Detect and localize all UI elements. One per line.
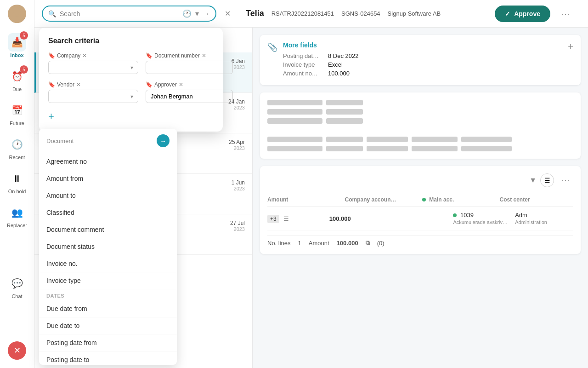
search-container: 🔍 🕐 ▾ → [42, 6, 216, 22]
sidebar-bottom: ✕ [8, 341, 26, 363]
search-input[interactable] [60, 10, 179, 17]
approver-text-input[interactable] [151, 93, 228, 100]
dropdown-item-invoice-no[interactable]: Invoice no. [39, 255, 177, 272]
pin-icon: 🔖 [48, 81, 55, 88]
sidebar-item-inbox[interactable]: 📥 5 Inbox [0, 29, 34, 62]
company-text-input[interactable] [53, 64, 130, 71]
placeholder-row [267, 118, 573, 124]
sidebar-item-chat[interactable]: 💬 Chat [0, 270, 34, 303]
topbar: 🔍 🕐 ▾ → ✕ Telia RSATRJ202212081451 SGNS-… [34, 0, 588, 28]
dropdown-item-doc-comment[interactable]: Document comment [39, 221, 177, 238]
col-main-acc: Main acc. [422, 196, 496, 203]
bottom-bar: No. lines 1 Amount 100.000 ⧉ (0) [267, 235, 573, 247]
more-fields-content: More fields Posting dat… 8 Dec 2022 Invo… [283, 41, 562, 79]
dropdown-header: Document → [39, 129, 177, 153]
criteria-label: 🔖 Approver ✕ [146, 81, 233, 88]
placeholder-bar [267, 146, 322, 151]
placeholder-bar [326, 100, 363, 105]
docnum-label: Document number [154, 52, 200, 59]
field-row: Posting dat… 8 Dec 2022 [283, 52, 562, 59]
placeholder-bar [461, 137, 512, 142]
dropdown-item-posting-date-from[interactable]: Posting date from [39, 334, 177, 351]
copy-icon[interactable]: ⧉ [366, 239, 370, 247]
field-key: Posting dat… [283, 52, 324, 59]
sidebar-item-replacer[interactable]: 👥 Replacer [0, 200, 34, 232]
no-lines-label: No. lines [267, 240, 291, 247]
check-icon: ✓ [505, 10, 510, 17]
placeholder-bars [267, 100, 573, 151]
inbox-icon-wrap: 📥 5 [8, 33, 26, 52]
vendor-input[interactable]: ▾ [48, 90, 138, 103]
field-row: Amount no… 100.000 [283, 70, 562, 77]
add-criteria-button[interactable]: + [48, 110, 54, 122]
sidebar-item-due[interactable]: ⏰ 5 Due [0, 63, 34, 96]
remove-docnum-icon[interactable]: ✕ [202, 52, 206, 59]
dropdown-list-scroll: Agreement no Amount from Amount to Class… [39, 153, 177, 365]
sidebar-item-on-hold[interactable]: ⏸ On hold [0, 166, 34, 198]
dropdown-item-amount-from[interactable]: Amount from [39, 170, 177, 187]
vendor-label: Vendor [57, 81, 74, 88]
pin-icon: 🔖 [146, 52, 153, 59]
approver-label: Approver [154, 81, 177, 88]
approve-button[interactable]: ✓ Approve [495, 6, 550, 22]
on-hold-icon-wrap: ⏸ [8, 169, 26, 188]
sidebar-item-recent[interactable]: 🕐 Recent [0, 132, 34, 164]
placeholder-bar [267, 118, 322, 124]
criteria-field-docnum: 🔖 Document number ✕ [146, 52, 233, 74]
right-panel: 📎 More fields Posting dat… 8 Dec 2022 In… [253, 28, 588, 368]
sidebar-item-label-on-hold: On hold [8, 189, 26, 194]
search-criteria-title: Search criteria [48, 37, 214, 45]
close-button[interactable]: ✕ [220, 6, 235, 21]
company-input[interactable]: ▾ [48, 61, 138, 74]
history-icon[interactable]: 🕐 [182, 9, 192, 18]
sidebar-item-label-due: Due [12, 86, 22, 92]
item-date: 25 Apr2023 [229, 139, 245, 151]
chat-icon-wrap: 💬 [8, 274, 26, 293]
dropdown-forward-button[interactable]: → [157, 134, 170, 147]
count-value: (0) [377, 240, 384, 247]
dropdown-item-due-date-to[interactable]: Due date to [39, 317, 177, 334]
dropdown-item-due-date-from[interactable]: Due date from [39, 300, 177, 317]
docnum-text-input[interactable] [151, 64, 228, 71]
dropdown-item-agreement-no[interactable]: Agreement no [39, 153, 177, 170]
lines-count: 1 [298, 240, 301, 247]
docnum-input[interactable] [146, 61, 233, 74]
dropdown-item-doc-status[interactable]: Document status [39, 238, 177, 255]
forward-arrow-icon[interactable]: → [203, 10, 210, 18]
remove-company-icon[interactable]: ✕ [82, 52, 87, 59]
placeholder-bar [267, 100, 322, 105]
criteria-label: 🔖 Company ✕ [48, 52, 138, 59]
sidebar-item-label-inbox: Inbox [10, 52, 23, 58]
criteria-field-company: 🔖 Company ✕ ▾ [48, 52, 138, 74]
dropdown-list: Document → Agreement no Amount from Amou… [39, 129, 177, 365]
chevron-down-icon[interactable]: ▾ [195, 9, 199, 18]
remove-approver-icon[interactable]: ✕ [179, 81, 183, 88]
placeholder-bar [326, 137, 363, 142]
table-more-button[interactable]: ⋯ [558, 173, 573, 187]
dropdown-item-classified[interactable]: Classified [39, 204, 177, 221]
item-date: 1 Jun2023 [232, 179, 245, 191]
more-options-button[interactable]: ⋯ [558, 7, 573, 21]
remove-vendor-icon[interactable]: ✕ [76, 81, 81, 88]
main-acc-sub: Ackumulerade avskriv… [453, 219, 508, 225]
item-date: 27 Jul2023 [230, 220, 245, 232]
columns-button[interactable]: ☰ [540, 173, 554, 187]
more-fields-title[interactable]: More fields [283, 41, 562, 49]
dropdown-item-amount-to[interactable]: Amount to [39, 187, 177, 204]
due-badge: 5 [20, 65, 28, 74]
approve-label: Approve [514, 10, 540, 17]
dropdown-item-invoice-type[interactable]: Invoice type [39, 272, 177, 289]
table-header: Amount Company accoun… Main acc. Cost ce… [267, 193, 573, 207]
field-value: 100.000 [328, 70, 350, 77]
svg-point-1 [11, 16, 23, 23]
placeholder-row [267, 146, 573, 151]
criteria-grid: 🔖 Company ✕ ▾ 🔖 Document number ✕ 🔖 [48, 52, 214, 103]
dropdown-item-posting-date-to[interactable]: Posting date to [39, 351, 177, 365]
add-field-button[interactable]: + [568, 41, 573, 52]
criteria-label: 🔖 Vendor ✕ [48, 81, 138, 88]
approver-input[interactable] [146, 90, 233, 103]
vendor-text-input[interactable] [53, 93, 130, 100]
filter-button[interactable]: ▼ [529, 176, 537, 184]
status-indicator [422, 198, 426, 201]
sidebar-item-future[interactable]: 📅 Future [0, 98, 34, 130]
